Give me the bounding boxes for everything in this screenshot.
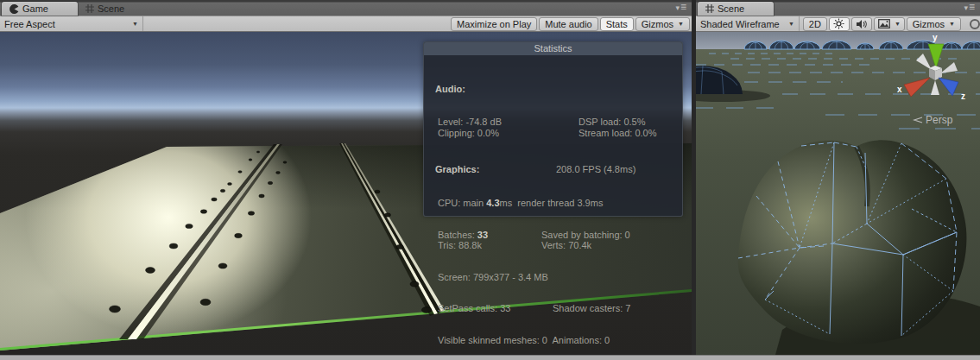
stats-body: Audio: Level: -74.8 dB DSP load: 0.5% Cl… bbox=[424, 55, 682, 360]
game-toolbar: Free Aspect ▼ Maximize on Play Mute audi… bbox=[0, 16, 692, 32]
panel-menu-icon[interactable]: ▾≡ bbox=[675, 3, 687, 12]
audio-clipping: Clipping: 0.0% bbox=[438, 128, 579, 139]
unity-editor-window: Game Scene ▾≡ Free Aspect ▼ Maximize on … bbox=[0, 0, 980, 360]
saved-by-batching: Saved by batching: 0 bbox=[541, 230, 673, 241]
dsp-load: DSP load: 0.5% bbox=[579, 117, 673, 128]
rivets bbox=[110, 151, 432, 313]
verts: Verts: 70.4k bbox=[541, 240, 673, 251]
scene-panel: Scene ▾≡ Shaded Wireframe ▼ 2D bbox=[696, 0, 980, 355]
fps-value: 208.0 FPS (4.8ms) bbox=[556, 164, 673, 174]
audio-toggle-button[interactable] bbox=[851, 17, 872, 31]
sun-icon bbox=[833, 18, 844, 29]
screen-info: Screen: 799x377 - 3.4 MB bbox=[438, 272, 673, 283]
render-mode-dropdown[interactable]: Shaded Wireframe ▼ bbox=[696, 16, 800, 31]
panel-menu-icon[interactable]: ▾≡ bbox=[964, 3, 976, 12]
chevron-down-icon: ▼ bbox=[132, 21, 138, 27]
shadow-casters: Shadow casters: 7 bbox=[553, 303, 673, 314]
gizmos-button-scene[interactable]: Gizmos ▼ bbox=[907, 17, 961, 31]
scene-toolbar: Shaded Wireframe ▼ 2D bbox=[696, 16, 980, 32]
image-icon bbox=[878, 19, 890, 28]
chevron-down-icon: ▼ bbox=[895, 21, 901, 27]
skinned-meshes: Visible skinned meshes: 0 Animations: 0 bbox=[438, 335, 673, 346]
graphics-section-header: Graphics: bbox=[435, 164, 556, 174]
render-mode-value: Shaded Wireframe bbox=[700, 19, 780, 29]
scene-render: y x z Persp bbox=[696, 32, 980, 355]
tab-scene-left[interactable]: Scene bbox=[78, 2, 154, 16]
chevron-down-icon: ▼ bbox=[788, 21, 794, 27]
effects-dropdown-button[interactable]: ▼ bbox=[874, 17, 905, 31]
aspect-dropdown[interactable]: Free Aspect ▼ bbox=[0, 16, 143, 31]
2d-toggle-button[interactable]: 2D bbox=[803, 17, 827, 31]
blob-mesh bbox=[738, 140, 967, 344]
axis-z-label: z bbox=[961, 92, 965, 101]
gizmos-button-game[interactable]: Gizmos ▼ bbox=[635, 17, 690, 31]
stats-button[interactable]: Stats bbox=[600, 17, 634, 31]
batches: Batches: 33 bbox=[438, 230, 541, 241]
stats-overlay: Statistics Audio: Level: -74.8 dB DSP lo… bbox=[423, 41, 683, 217]
lighting-toggle-button[interactable] bbox=[829, 17, 850, 31]
scene-viewport[interactable]: y x z Persp bbox=[696, 32, 980, 355]
speaker-icon bbox=[856, 19, 868, 29]
grid-icon bbox=[705, 4, 714, 13]
persp-label: Persp bbox=[926, 114, 953, 126]
stats-title: Statistics bbox=[424, 42, 682, 55]
grid-icon bbox=[85, 4, 94, 13]
game-panel-tabstrip: Game Scene ▾≡ bbox=[0, 0, 692, 16]
maximize-on-play-button[interactable]: Maximize on Play bbox=[451, 17, 537, 31]
chevron-down-icon: ▼ bbox=[678, 21, 684, 27]
axis-y-label: y bbox=[933, 33, 938, 42]
chevron-down-icon: ▼ bbox=[949, 21, 955, 27]
tab-label: Scene bbox=[98, 3, 124, 14]
axis-x-label: x bbox=[897, 85, 902, 94]
tab-scene[interactable]: Scene bbox=[698, 2, 774, 16]
tab-game[interactable]: Game bbox=[2, 2, 78, 16]
tab-label: Scene bbox=[718, 3, 744, 14]
stream-load: Stream load: 0.0% bbox=[579, 128, 673, 139]
setpass-calls: SetPass calls: 33 bbox=[438, 303, 553, 314]
audio-level: Level: -74.8 dB bbox=[438, 117, 579, 128]
search-icon[interactable] bbox=[964, 18, 980, 30]
audio-section-header: Audio: bbox=[435, 84, 673, 94]
scene-panel-tabstrip: Scene ▾≡ bbox=[696, 0, 980, 16]
tab-label: Game bbox=[22, 3, 48, 14]
game-view-icon bbox=[9, 4, 19, 14]
aspect-value: Free Aspect bbox=[4, 19, 55, 29]
rail-seam-1 bbox=[119, 144, 282, 339]
cpu-line: CPU: main 4.3ms render thread 3.9ms bbox=[438, 198, 673, 209]
mute-audio-button[interactable]: Mute audio bbox=[539, 17, 597, 31]
tris: Tris: 88.8k bbox=[438, 240, 541, 251]
